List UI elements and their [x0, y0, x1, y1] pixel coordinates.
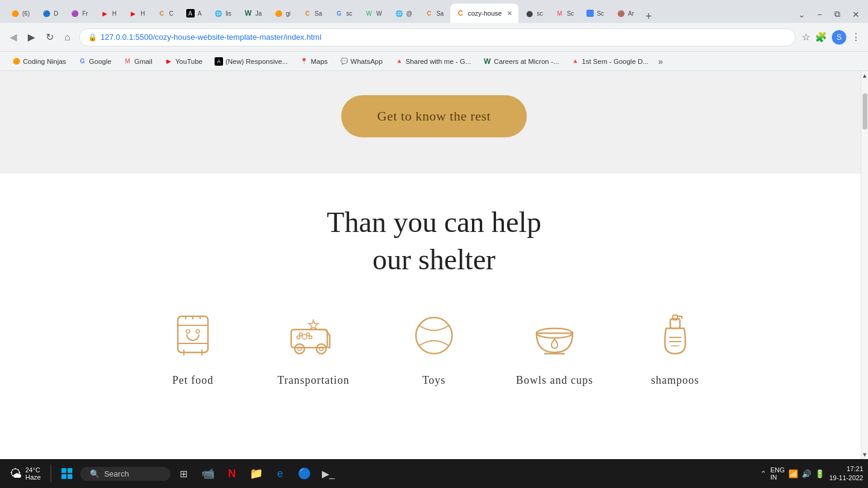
volume-icon[interactable]: 🔊: [802, 469, 811, 478]
svg-rect-25: [68, 468, 72, 473]
scrollbar-up-button[interactable]: ▲: [861, 71, 868, 80]
refresh-button[interactable]: ↻: [43, 29, 56, 45]
chevron-up-icon[interactable]: ⌃: [760, 469, 767, 478]
google-icon: G: [78, 57, 87, 66]
menu-icon[interactable]: ⋮: [851, 31, 861, 43]
svg-rect-0: [178, 316, 208, 352]
taskbar-app-edge[interactable]: e: [269, 463, 291, 484]
bookmark-star-icon[interactable]: ☆: [802, 31, 810, 43]
tab-15[interactable]: CSa: [419, 4, 450, 23]
pet-food-icon: [166, 310, 220, 361]
drive-icon: 🔺: [571, 57, 579, 66]
tab-14[interactable]: 🌐@: [389, 4, 418, 23]
bowls-cups-icon-container: [524, 309, 585, 363]
home-button[interactable]: ⌂: [62, 30, 73, 45]
taskbar-app-meet[interactable]: 📹: [197, 463, 219, 484]
svg-point-1: [186, 330, 190, 333]
micron-icon: W: [483, 57, 491, 66]
bookmark-responsive[interactable]: A (New) Responsive...: [210, 56, 293, 67]
chrome-icon: 🔵: [298, 467, 311, 480]
bookmark-coding-ninjas[interactable]: 🟠 Coding Ninjas: [7, 56, 71, 67]
lock-icon: 🔒: [88, 33, 97, 42]
shampoos-label: shampoos: [651, 374, 699, 387]
tab-6[interactable]: CC: [151, 4, 179, 23]
tab-5[interactable]: ▶H: [123, 4, 151, 23]
page-content: ▲ ▼ Get to know the rest Than you can he…: [0, 71, 868, 459]
profile-avatar[interactable]: S: [832, 30, 846, 45]
tab-1[interactable]: 🟠(6): [5, 4, 36, 23]
tab-8[interactable]: 🌐lis: [208, 4, 237, 23]
taskbar-clock[interactable]: 17:21 19-11-2022: [829, 465, 863, 483]
youtube-icon: ▶: [165, 57, 173, 66]
svg-point-6: [295, 344, 304, 354]
browser-frame: 🟠(6) 🔵D 🟣Fr ▶H ▶H CC AA 🌐lis WJa 🟠gi CSa…: [0, 0, 868, 488]
tab-bar: 🟠(6) 🔵D 🟣Fr ▶H ▶H CC AA 🌐lis WJa 🟠gi CSa…: [0, 0, 868, 23]
task-view-button[interactable]: ⊞: [173, 463, 195, 484]
task-view-icon: ⊞: [180, 468, 187, 480]
files-icon: 📁: [250, 467, 263, 480]
taskbar-app-chrome[interactable]: 🔵: [294, 463, 315, 484]
tab-17[interactable]: ⬤sc: [519, 4, 549, 23]
toys-label: Toys: [423, 374, 446, 387]
shampoos-icon: [648, 310, 702, 361]
coding-ninjas-icon: 🟠: [12, 57, 20, 66]
tab-18[interactable]: MSc: [549, 4, 580, 23]
restore-button[interactable]: ⧉: [831, 8, 844, 20]
taskbar-app-terminal[interactable]: ▶_: [318, 463, 339, 484]
taskbar-app-files[interactable]: 📁: [245, 463, 267, 484]
svg-point-14: [309, 336, 312, 339]
get-to-know-button[interactable]: Get to know the rest: [341, 95, 527, 137]
svg-point-11: [300, 333, 303, 336]
back-button[interactable]: ◀: [7, 29, 19, 45]
tab-list-button[interactable]: ⌄: [794, 8, 809, 20]
toys-icon-container: [404, 309, 464, 363]
bookmarks-bar: 🟠 Coding Ninjas G Google M Gmail ▶ YouTu…: [0, 52, 868, 71]
svg-point-12: [307, 333, 310, 336]
clock-date: 19-11-2022: [829, 474, 863, 483]
minimize-button[interactable]: −: [814, 8, 826, 20]
scrollbar-down-button[interactable]: ▼: [861, 450, 868, 459]
tab-12[interactable]: Gsc: [329, 4, 358, 23]
scrollbar-thumb[interactable]: [863, 93, 867, 130]
bookmark-youtube[interactable]: ▶ YouTube: [160, 56, 207, 67]
bookmark-gmail[interactable]: M Gmail: [119, 56, 157, 67]
close-window-button[interactable]: ✕: [849, 8, 863, 20]
tab-9[interactable]: WJa: [238, 4, 268, 23]
bookmark-shared[interactable]: 🔺 Shared with me - G...: [390, 56, 476, 67]
tab-11[interactable]: CSa: [297, 4, 328, 23]
battery-icon: 🔋: [815, 469, 825, 478]
tab-active[interactable]: C cozy-house ✕: [450, 4, 518, 23]
systray-icons: ⌃ ENG IN 📶 🔊 🔋: [760, 466, 825, 481]
bookmark-whatsapp[interactable]: 💬 WhatsApp: [335, 56, 388, 67]
item-toys: Toys: [392, 309, 476, 387]
tab-19[interactable]: Sc: [580, 4, 610, 23]
taskbar-weather: 🌤 24°C Haze: [5, 466, 46, 481]
bookmarks-more-button[interactable]: »: [658, 57, 663, 66]
tab-20[interactable]: 🟤Ar: [611, 4, 640, 23]
tab-2[interactable]: 🔵D: [36, 4, 64, 23]
maps-icon: 📍: [300, 57, 308, 66]
whatsapp-icon: 💬: [340, 57, 348, 66]
start-button[interactable]: [56, 463, 78, 484]
extensions-icon[interactable]: 🧩: [815, 31, 827, 43]
svg-rect-26: [61, 474, 66, 479]
tab-3[interactable]: 🟣Fr: [64, 4, 93, 23]
svg-point-8: [316, 344, 326, 354]
bookmark-micron[interactable]: W Careers at Micron -...: [478, 56, 564, 67]
tab-10[interactable]: 🟠gi: [268, 4, 297, 23]
new-tab-button[interactable]: +: [641, 10, 657, 23]
scrollbar[interactable]: ▲ ▼: [861, 71, 868, 459]
forward-button[interactable]: ▶: [25, 29, 37, 45]
wifi-icon[interactable]: 📶: [788, 469, 798, 478]
taskbar-app-netflix[interactable]: N: [221, 463, 243, 484]
url-bar[interactable]: 🔒 127.0.0.1:5500/cozy-house-website-temp…: [79, 28, 796, 46]
tab-7[interactable]: AA: [180, 4, 208, 23]
tab-13[interactable]: WW: [359, 4, 388, 23]
bookmark-google[interactable]: G Google: [74, 56, 116, 67]
bookmark-drive[interactable]: 🔺 1st Sem - Google D...: [566, 56, 653, 67]
taskbar-separator-1: [51, 465, 51, 483]
bowls-cups-icon: [527, 310, 582, 361]
tab-4[interactable]: ▶H: [95, 4, 122, 23]
taskbar-search[interactable]: 🔍 Search: [80, 467, 171, 481]
bookmark-maps[interactable]: 📍 Maps: [295, 56, 332, 67]
